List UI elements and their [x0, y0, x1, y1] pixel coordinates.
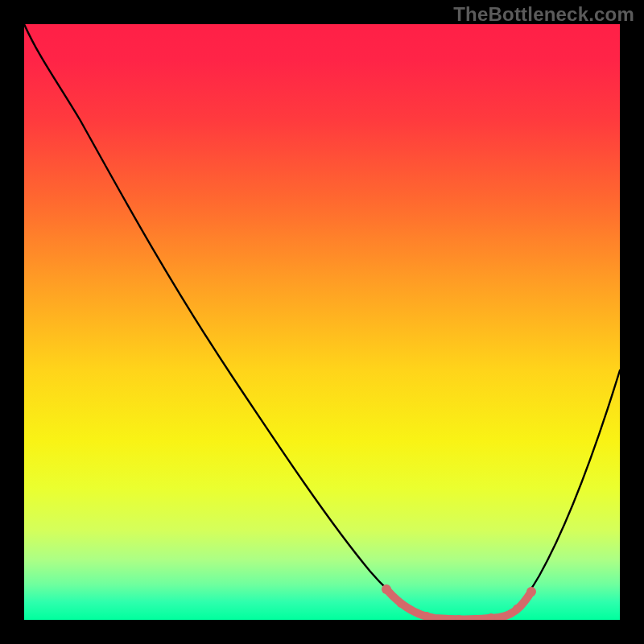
band-dot: [397, 600, 405, 608]
band-dot: [526, 587, 536, 597]
band-dot: [513, 605, 521, 613]
chart-svg: [24, 24, 620, 620]
optimal-band-markers: [382, 584, 536, 620]
band-dot: [382, 584, 391, 594]
band-dot: [423, 612, 431, 620]
chart-frame: TheBottleneck.com: [0, 0, 644, 644]
plot-area: [24, 24, 620, 620]
watermark-text: TheBottleneck.com: [453, 3, 634, 26]
main-curve: [24, 24, 620, 619]
optimal-band-line: [386, 589, 531, 619]
